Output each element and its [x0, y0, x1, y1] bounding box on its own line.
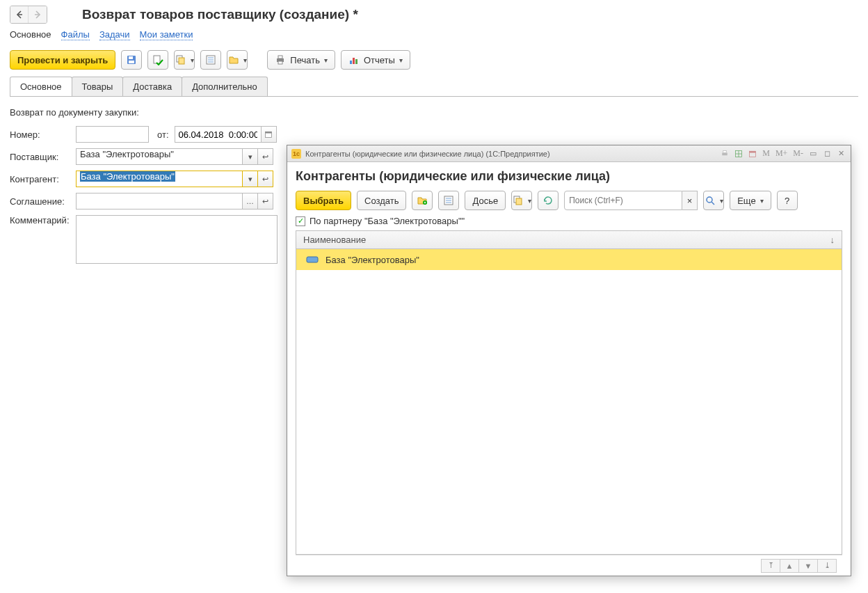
svg-point-36 — [707, 197, 712, 203]
list-button[interactable] — [200, 50, 221, 70]
svg-line-37 — [712, 202, 714, 205]
reports-button[interactable]: Отчеты▾ — [341, 50, 410, 70]
comment-label: Комментарий: — [10, 215, 76, 226]
svg-rect-21 — [723, 150, 727, 152]
mem-mplus-button[interactable]: M+ — [774, 148, 789, 159]
minimize-button[interactable]: ▭ — [807, 148, 819, 159]
svg-rect-5 — [154, 56, 160, 63]
nav-back-button[interactable] — [10, 6, 29, 23]
svg-rect-38 — [307, 257, 318, 262]
counterparty-select-popup: 1c Контрагенты (юридические или физическ… — [287, 145, 851, 576]
partner-filter-checkbox[interactable]: ✓ — [296, 216, 305, 226]
counterparty-grid: Наименование ↓ База "Электротовары" — [296, 230, 842, 555]
supplier-input[interactable]: База "Электротовары" — [76, 148, 243, 165]
list-icon — [443, 195, 454, 206]
save-button[interactable] — [121, 50, 142, 70]
svg-rect-16 — [353, 58, 355, 64]
grid-cell-name: База "Электротовары" — [326, 255, 419, 265]
svg-rect-3 — [129, 56, 133, 59]
date-picker-button[interactable] — [262, 126, 277, 143]
sort-indicator-icon: ↓ — [830, 235, 835, 245]
svg-rect-14 — [278, 61, 282, 64]
nav-forward-button[interactable] — [29, 6, 47, 23]
from-label: от: — [157, 129, 169, 140]
svg-rect-26 — [750, 151, 756, 152]
nav-back-forward — [10, 6, 47, 24]
number-label: Номер: — [10, 129, 76, 140]
counterparty-input[interactable]: База "Электротовары" — [76, 171, 243, 187]
tab-goods[interactable]: Товары — [72, 77, 124, 96]
list-icon — [205, 54, 216, 65]
popup-heading: Контрагенты (юридические или физические … — [296, 169, 842, 184]
counterparty-open-button[interactable]: ↩ — [258, 171, 273, 187]
print-button[interactable]: Печать▾ — [267, 50, 335, 70]
agreement-label: Соглашение: — [10, 196, 76, 207]
chart-icon — [348, 54, 360, 65]
printer-icon — [275, 54, 286, 65]
create-from-button[interactable]: ▾ — [174, 50, 195, 70]
section-files[interactable]: Файлы — [61, 29, 90, 40]
calendar-icon[interactable] — [747, 148, 758, 159]
supplier-dropdown-button[interactable]: ▾ — [243, 148, 258, 165]
page-title: Возврат товаров поставщику (создание) * — [82, 7, 358, 22]
maximize-button[interactable]: ◻ — [821, 148, 833, 159]
refresh-button[interactable] — [538, 191, 558, 210]
post-button[interactable] — [147, 50, 168, 70]
copy-icon — [513, 195, 524, 206]
popup-titlebar[interactable]: 1c Контрагенты (юридические или физическ… — [287, 145, 851, 162]
tab-delivery[interactable]: Доставка — [122, 77, 182, 96]
print-icon[interactable] — [719, 148, 730, 159]
mem-m-button[interactable]: M — [761, 148, 771, 159]
help-button[interactable]: ? — [777, 191, 798, 210]
grid-row[interactable]: База "Электротовары" — [296, 249, 842, 270]
grid-column-name[interactable]: Наименование ↓ — [296, 231, 842, 249]
comment-input[interactable] — [76, 215, 278, 264]
counterparty-dropdown-button[interactable]: ▾ — [243, 171, 258, 187]
svg-rect-35 — [516, 198, 522, 205]
supplier-open-button[interactable]: ↩ — [258, 148, 273, 165]
search-input[interactable] — [564, 191, 682, 210]
dossier-button[interactable]: Досье — [465, 191, 506, 210]
search-clear-button[interactable]: × — [682, 191, 698, 210]
agreement-open-button[interactable]: ↩ — [258, 193, 273, 209]
section-notes[interactable]: Мои заметки — [140, 29, 193, 40]
mem-mminus-button[interactable]: M- — [791, 148, 805, 159]
more-button[interactable]: Еще▾ — [730, 191, 771, 210]
list-mode-button[interactable] — [438, 191, 459, 210]
copy-icon — [175, 54, 186, 65]
section-tasks[interactable]: Задачи — [99, 29, 130, 40]
scroll-bottom-button[interactable]: ⤓ — [817, 559, 837, 573]
agreement-input[interactable] — [76, 193, 243, 209]
refresh-icon — [542, 195, 554, 206]
new-group-button[interactable] — [412, 191, 433, 210]
find-button[interactable]: ▾ — [703, 191, 724, 210]
create-button[interactable]: Создать — [357, 191, 406, 210]
table-icon[interactable] — [733, 148, 744, 159]
scroll-up-button[interactable]: ▲ — [780, 559, 799, 573]
svg-rect-17 — [355, 59, 357, 64]
partner-filter-label: По партнеру "База "Электротовары"" — [310, 216, 465, 226]
date-input[interactable] — [175, 126, 262, 143]
close-button[interactable]: ✕ — [835, 148, 846, 159]
post-icon — [152, 54, 163, 65]
svg-rect-20 — [722, 152, 728, 155]
post-and-close-button[interactable]: Провести и закрыть — [10, 50, 115, 70]
scroll-top-button[interactable]: ⤒ — [761, 559, 780, 573]
svg-rect-7 — [179, 58, 184, 64]
select-button[interactable]: Выбрать — [296, 191, 351, 210]
folder-plus-icon — [417, 195, 428, 206]
folder-button[interactable]: ▾ — [227, 50, 248, 70]
counterparty-label: Контрагент: — [10, 174, 76, 184]
tab-extra[interactable]: Дополнительно — [182, 77, 268, 96]
section-main[interactable]: Основное — [10, 29, 51, 40]
tab-main[interactable]: Основное — [10, 77, 72, 96]
scroll-down-button[interactable]: ▼ — [798, 559, 818, 573]
number-input[interactable] — [76, 126, 149, 143]
magnifier-icon — [705, 195, 716, 206]
based-on-button[interactable]: ▾ — [511, 191, 532, 210]
agreement-more-button[interactable]: … — [243, 193, 258, 209]
popup-window-title: Контрагенты (юридические или физические … — [305, 150, 719, 158]
return-doc-label: Возврат по документу закупки: — [10, 107, 139, 118]
svg-rect-15 — [350, 61, 352, 64]
svg-rect-13 — [278, 56, 282, 58]
